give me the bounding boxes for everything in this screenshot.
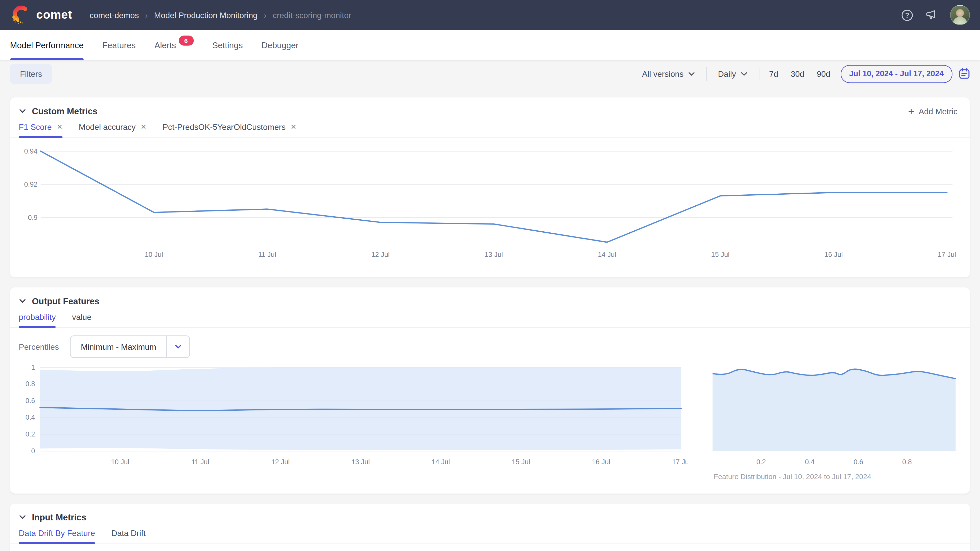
input-metrics-card: Input Metrics Data Drift By FeatureData … <box>10 503 970 551</box>
svg-text:16 Jul: 16 Jul <box>824 251 843 259</box>
tab-debugger[interactable]: Debugger <box>262 30 299 60</box>
calendar-button[interactable] <box>959 68 970 79</box>
output-feature-charts: 00.20.40.60.8110 Jul11 Jul12 Jul13 Jul14… <box>10 358 970 480</box>
close-icon[interactable]: ✕ <box>141 124 146 130</box>
drift-tab-data-drift-by-feature[interactable]: Data Drift By Feature <box>19 529 95 544</box>
tab-label: Data Drift By Feature <box>19 529 95 538</box>
help-icon: ? <box>900 8 914 21</box>
range-button-90d[interactable]: 90d <box>817 69 830 79</box>
svg-text:13 Jul: 13 Jul <box>485 251 503 259</box>
svg-text:0: 0 <box>31 447 35 455</box>
svg-text:15 Jul: 15 Jul <box>512 458 530 466</box>
svg-text:0.9: 0.9 <box>28 214 38 221</box>
versions-dropdown[interactable]: All versions <box>641 69 696 79</box>
tab-label: probability <box>19 312 56 322</box>
svg-text:12 Jul: 12 Jul <box>371 251 390 259</box>
custom-metrics-header: Custom Metrics + Add Metric <box>10 97 970 119</box>
section-title: Input Metrics <box>32 512 86 522</box>
close-icon[interactable]: ✕ <box>291 124 297 130</box>
chevron-down-icon <box>19 109 26 114</box>
tab-settings[interactable]: Settings <box>212 30 243 60</box>
output-features-collapse-toggle[interactable]: Output Features <box>19 296 99 306</box>
feature-tab-probability[interactable]: probability <box>19 312 56 327</box>
plus-icon: + <box>908 106 914 117</box>
percentiles-row: Percentiles Minimum - Maximum <box>10 328 970 358</box>
chevron-down-icon <box>174 344 182 349</box>
tab-label: Model Performance <box>10 40 84 50</box>
alerts-count-badge: 6 <box>178 36 193 46</box>
probability-percentile-chart: 00.20.40.60.8110 Jul11 Jul12 Jul13 Jul14… <box>19 364 687 468</box>
metric-tab-pct-predsok-5yearoldcustomers[interactable]: Pct-PredsOK-5YearOldCustomers✕ <box>162 122 296 138</box>
metric-tab-f1-score[interactable]: F1 Score✕ <box>19 122 62 138</box>
svg-text:10 Jul: 10 Jul <box>111 458 129 466</box>
svg-text:0.92: 0.92 <box>24 181 38 188</box>
add-metric-button[interactable]: + Add Metric <box>904 105 961 118</box>
interval-dropdown[interactable]: Daily <box>717 69 749 79</box>
tab-label: value <box>72 312 91 322</box>
svg-text:0.4: 0.4 <box>805 458 815 466</box>
chevron-down-icon <box>740 71 747 76</box>
svg-text:1: 1 <box>31 364 35 371</box>
svg-text:13 Jul: 13 Jul <box>352 458 370 466</box>
tab-model-performance[interactable]: Model Performance <box>10 30 84 60</box>
close-icon[interactable]: ✕ <box>57 124 62 130</box>
custom-metrics-card: Custom Metrics + Add Metric F1 Score✕Mod… <box>10 97 970 277</box>
app-root: comet comet-demos›Model Production Monit… <box>0 0 980 551</box>
distribution-caption: Feature Distribution - Jul 10, 2024 to J… <box>713 473 959 480</box>
percentiles-selected-value: Minimum - Maximum <box>71 342 166 351</box>
tab-alerts[interactable]: Alerts6 <box>154 30 193 60</box>
filter-controls: All versions Daily 7d30d90d Jul 10, 2024… <box>641 65 970 83</box>
tab-features[interactable]: Features <box>102 30 135 60</box>
svg-text:0.94: 0.94 <box>24 148 38 155</box>
tab-label: Settings <box>212 40 243 50</box>
filters-button[interactable]: Filters <box>10 64 52 84</box>
chevron-down-icon <box>19 515 26 520</box>
svg-text:15 Jul: 15 Jul <box>711 251 730 259</box>
svg-text:0.2: 0.2 <box>756 458 766 466</box>
versions-dropdown-value: All versions <box>642 69 684 79</box>
tab-label: F1 Score <box>19 122 52 132</box>
svg-text:17 Jul: 17 Jul <box>938 251 956 259</box>
announcements-button[interactable] <box>925 9 939 21</box>
user-avatar[interactable] <box>950 5 970 25</box>
drift-tab-data-drift[interactable]: Data Drift <box>111 529 145 544</box>
range-button-7d[interactable]: 7d <box>769 69 778 79</box>
svg-text:0.2: 0.2 <box>25 430 35 438</box>
tab-label: Debugger <box>262 40 299 50</box>
svg-text:0.6: 0.6 <box>854 458 863 466</box>
input-metrics-collapse-toggle[interactable]: Input Metrics <box>19 512 86 522</box>
breadcrumb-item-comet-demos[interactable]: comet-demos <box>89 10 139 20</box>
f1-score-chart: 0.90.920.9410 Jul11 Jul12 Jul13 Jul14 Ju… <box>19 142 961 264</box>
custom-metrics-collapse-toggle[interactable]: Custom Metrics <box>19 106 97 116</box>
tab-label: Alerts <box>154 40 176 50</box>
main-nav-tabs: Model PerformanceFeaturesAlerts6Settings… <box>0 30 980 60</box>
breadcrumb: comet-demos›Model Production Monitoring›… <box>89 10 351 20</box>
output-features-card: Output Features probabilityvalue Percent… <box>10 287 970 494</box>
percentiles-select[interactable]: Minimum - Maximum <box>70 335 190 358</box>
filter-bar: Filters All versions Daily 7d30d90d Jul … <box>0 60 980 87</box>
breadcrumb-item-model-production-monitoring[interactable]: Model Production Monitoring <box>154 10 258 20</box>
comet-logo-icon <box>10 4 31 25</box>
svg-text:10 Jul: 10 Jul <box>145 251 163 259</box>
metric-tab-model-accuracy[interactable]: Model accuracy✕ <box>79 122 146 138</box>
range-button-30d[interactable]: 30d <box>791 69 804 79</box>
feature-tab-value[interactable]: value <box>72 312 91 327</box>
comet-logo[interactable]: comet <box>10 4 72 25</box>
select-chevron <box>166 336 189 357</box>
svg-text:0.8: 0.8 <box>902 458 912 466</box>
svg-text:0.8: 0.8 <box>25 380 35 388</box>
help-button[interactable]: ? <box>900 8 914 21</box>
svg-text:14 Jul: 14 Jul <box>598 251 616 259</box>
interval-dropdown-value: Daily <box>718 69 736 79</box>
svg-text:12 Jul: 12 Jul <box>271 458 290 466</box>
percentiles-label: Percentiles <box>19 342 59 351</box>
tab-label: Data Drift <box>111 529 145 538</box>
feature-distribution-chart: 0.20.40.60.8 <box>713 364 959 468</box>
logo-wordmark: comet <box>36 8 72 22</box>
output-feature-tabs: probabilityvalue <box>10 312 970 328</box>
breadcrumb-separator: › <box>264 10 267 20</box>
top-bar: comet comet-demos›Model Production Monit… <box>0 0 980 30</box>
date-range-pill[interactable]: Jul 10, 2024 - Jul 17, 2024 <box>840 65 953 83</box>
svg-text:?: ? <box>905 11 909 19</box>
svg-text:0.6: 0.6 <box>25 397 35 405</box>
